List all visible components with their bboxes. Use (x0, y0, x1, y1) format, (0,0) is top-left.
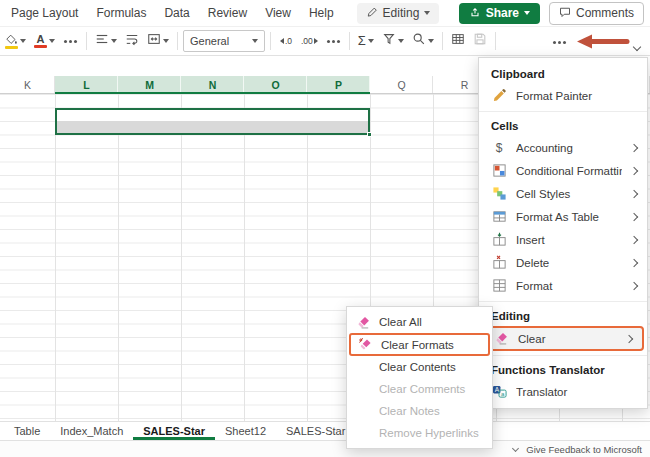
submenu-item-clear-comments: Clear Comments (347, 378, 492, 400)
tab-view[interactable]: View (256, 2, 300, 24)
font-color-button[interactable]: A (31, 29, 58, 53)
chevron-down-icon (398, 39, 404, 43)
more-font-options-button[interactable] (60, 29, 81, 53)
insert-table-icon (451, 32, 465, 50)
menu-item-format-painter[interactable]: Format Painter (479, 84, 647, 107)
column-header-p[interactable]: P (307, 76, 370, 94)
find-button[interactable] (409, 29, 437, 53)
tab-page-layout[interactable]: Page Layout (2, 2, 87, 24)
selected-range-filled-row (57, 121, 368, 133)
menu-item-format[interactable]: Format (479, 274, 647, 297)
chevron-down-icon (111, 39, 117, 43)
menu-item-cell-styles[interactable]: Cell Styles (479, 182, 647, 205)
toolbar-separator (495, 32, 496, 50)
chevron-down-icon (368, 39, 374, 43)
menu-item-translator[interactable]: Aa Translator (479, 380, 647, 403)
submenu-item-clear-formats[interactable]: Clear Formats (349, 333, 490, 356)
submenu-item-clear-all[interactable]: Clear All (347, 311, 492, 333)
feedback-link[interactable]: Give Feedback to Microsoft (526, 444, 642, 455)
tab-help[interactable]: Help (300, 2, 343, 24)
chevron-down-icon (512, 444, 519, 451)
sheet-tab-index-match[interactable]: Index_Match (50, 423, 133, 440)
editing-label: Editing (383, 6, 420, 20)
clear-submenu: Clear All Clear Formats Clear Contents C… (346, 306, 493, 449)
eraser-icon (355, 314, 371, 330)
align-icon (95, 32, 109, 50)
merge-cells-button[interactable] (144, 29, 172, 53)
submenu-item-clear-contents[interactable]: Clear Contents (347, 356, 492, 378)
decrease-decimal-button[interactable]: .0 (276, 29, 296, 53)
menu-item-label: Format Painter (516, 90, 637, 102)
increase-decimal-button[interactable]: .00 (298, 29, 321, 53)
wrap-text-button[interactable] (122, 29, 142, 53)
submenu-item-clear-notes: Clear Notes (347, 400, 492, 422)
column-header-m[interactable]: M (118, 76, 181, 94)
format-icon (491, 278, 507, 294)
comments-label: Comments (576, 6, 634, 20)
toolbar: A General (0, 27, 650, 56)
sheet-tab-bar: Table Index_Match SALES-Star Sheet12 SAL… (0, 421, 650, 440)
toolbar-overflow-button[interactable] (549, 30, 570, 54)
column-header-k[interactable]: K (0, 76, 55, 94)
annotation-arrow (574, 33, 630, 50)
menu-section-clipboard: Clipboard Format Painter (479, 61, 647, 107)
column-header-n[interactable]: N (181, 76, 244, 94)
sort-filter-button[interactable] (379, 29, 407, 53)
chevron-right-icon (630, 189, 638, 197)
number-format-value: General (190, 35, 229, 47)
autosum-button[interactable]: Σ (355, 29, 377, 53)
fill-color-button[interactable] (2, 29, 29, 53)
chevron-right-icon (630, 235, 638, 243)
column-header-l[interactable]: L (55, 76, 118, 94)
insert-table-button[interactable] (448, 29, 468, 53)
menu-bar: Page Layout Formulas Data Review View He… (0, 0, 650, 27)
share-label: Share (486, 6, 519, 20)
svg-text:a: a (500, 390, 504, 397)
selected-range-unfilled-row (57, 110, 368, 121)
tab-review[interactable]: Review (199, 2, 256, 24)
menu-item-format-as-table[interactable]: Format As Table (479, 205, 647, 228)
toolbar-separator (86, 32, 87, 50)
sheet-tab-sales-star-active[interactable]: SALES-Star (133, 423, 215, 440)
column-header-q[interactable]: Q (370, 76, 433, 94)
fill-handle[interactable] (367, 132, 372, 137)
save-button[interactable] (470, 29, 490, 53)
format-painter-icon (491, 88, 507, 104)
toolbar-separator (177, 32, 178, 50)
share-icon (469, 6, 481, 21)
search-icon (412, 32, 426, 50)
selected-range[interactable] (55, 108, 370, 135)
sort-filter-icon (382, 32, 396, 50)
sheet-tab-table[interactable]: Table (4, 423, 50, 440)
format-as-table-icon (491, 209, 507, 225)
number-format-select[interactable]: General (183, 30, 265, 52)
overflow-dropdown-menu: Clipboard Format Painter Cells $ Account… (478, 57, 648, 409)
section-header-clipboard: Clipboard (479, 61, 647, 84)
chevron-down-icon (49, 39, 55, 43)
chevron-right-icon (625, 334, 633, 342)
tab-data[interactable]: Data (155, 2, 198, 24)
pencil-icon (366, 6, 378, 21)
translator-icon: Aa (491, 384, 507, 400)
menu-item-clear[interactable]: Clear (482, 326, 644, 351)
share-button[interactable]: Share (459, 3, 540, 24)
increase-decimal-icon: .00 (301, 36, 318, 46)
editing-mode-button[interactable]: Editing (357, 3, 440, 24)
sheet-tab-sheet12[interactable]: Sheet12 (215, 423, 276, 440)
menu-item-delete[interactable]: Delete (479, 251, 647, 274)
chevron-right-icon (630, 281, 638, 289)
autosum-icon: Σ (358, 34, 366, 48)
chevron-down-icon (20, 39, 26, 43)
menu-item-conditional-formatting[interactable]: Conditional Formatting (479, 159, 647, 182)
comments-button[interactable]: Comments (549, 2, 644, 25)
comment-icon (559, 6, 571, 21)
tab-formulas[interactable]: Formulas (87, 2, 155, 24)
merge-cells-icon (147, 32, 161, 50)
cell-styles-icon (491, 186, 507, 202)
more-number-formats-button[interactable] (323, 29, 344, 53)
menu-item-accounting[interactable]: $ Accounting (479, 136, 647, 159)
column-header-o[interactable]: O (244, 76, 307, 94)
menu-item-insert[interactable]: Insert (479, 228, 647, 251)
decrease-decimal-icon: .0 (280, 36, 292, 46)
alignment-button[interactable] (92, 29, 120, 53)
